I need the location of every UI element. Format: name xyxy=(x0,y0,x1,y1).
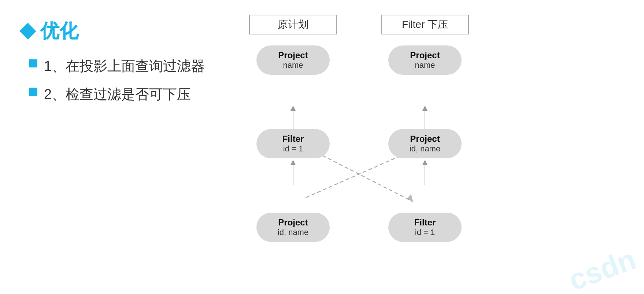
right-node-1: Project name xyxy=(388,45,462,75)
left-node-2: Filter id = 1 xyxy=(256,129,330,158)
right-diagram: Project name Project id, name Filter id … xyxy=(381,42,469,294)
left-node-3: Project id, name xyxy=(256,213,330,242)
left-node-1: Project name xyxy=(256,45,330,75)
left-node-2-title: Filter xyxy=(282,134,304,144)
right-node-1-title: Project xyxy=(410,50,440,60)
right-diagram-label: Filter 下压 xyxy=(381,15,469,34)
left-panel: 优化 1、在投影上面查询过滤器 2、检查过滤是否可下压 xyxy=(22,15,234,279)
title-row: 优化 xyxy=(22,18,234,44)
bullet-list: 1、在投影上面查询过滤器 2、检查过滤是否可下压 xyxy=(22,57,234,104)
bullet-square-1 xyxy=(29,59,37,67)
right-node-2-sub: id, name xyxy=(410,144,440,154)
bullet-item-1: 1、在投影上面查询过滤器 xyxy=(29,57,234,75)
bullet-text-2: 2、检查过滤是否可下压 xyxy=(44,85,191,103)
right-node-3-sub: id = 1 xyxy=(415,228,435,237)
bullet-text-1: 1、在投影上面查询过滤器 xyxy=(44,57,205,75)
diamond-icon xyxy=(19,23,36,39)
left-node-1-sub: name xyxy=(283,60,303,70)
bullet-square-2 xyxy=(29,88,37,96)
right-node-2: Project id, name xyxy=(388,129,462,158)
left-diagram-label: 原计划 xyxy=(249,15,337,34)
left-node-1-title: Project xyxy=(278,50,308,60)
right-panel: 原计划 Filter 下压 xyxy=(234,15,622,279)
right-node-3: Filter id = 1 xyxy=(388,213,462,242)
right-node-3-title: Filter xyxy=(414,217,436,228)
left-diagram: Project name Filter id = 1 Project id, n… xyxy=(249,42,337,294)
page-title: 优化 xyxy=(40,18,78,44)
main-container: 优化 1、在投影上面查询过滤器 2、检查过滤是否可下压 原计划 Filter 下… xyxy=(0,0,644,294)
left-node-3-title: Project xyxy=(278,217,308,228)
left-node-2-sub: id = 1 xyxy=(283,144,303,154)
right-node-1-sub: name xyxy=(415,60,435,70)
left-node-3-sub: id, name xyxy=(278,228,308,237)
labels-row: 原计划 Filter 下压 xyxy=(249,15,469,34)
diagrams-wrapper: Project name Filter id = 1 Project id, n… xyxy=(249,42,469,269)
right-node-2-title: Project xyxy=(410,134,440,144)
bullet-item-2: 2、检查过滤是否可下压 xyxy=(29,85,234,103)
